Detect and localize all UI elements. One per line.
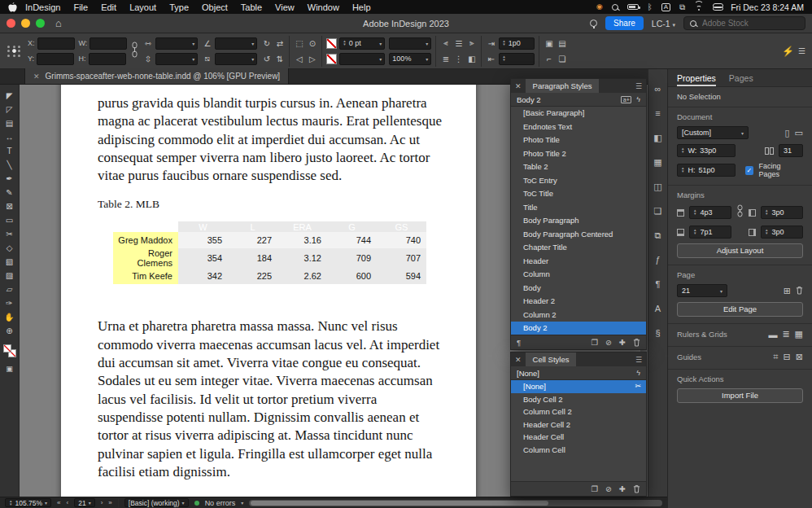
paragraph-panel-icon[interactable]: ¶ — [656, 278, 661, 291]
paragraph-bottom[interactable]: Urna et pharetra pharetra massa massa. N… — [98, 318, 442, 481]
rectangle-frame-tool[interactable]: ⊠ — [0, 199, 20, 213]
style-override-icon[interactable]: a+ — [621, 96, 631, 103]
stroke-type-select[interactable]: ▾ — [339, 53, 385, 65]
align-right-icon[interactable]: ⫸ — [466, 38, 477, 48]
player-name-cell[interactable]: Tim Keefe — [113, 268, 178, 284]
close-tab-icon[interactable]: ✕ — [33, 72, 40, 81]
select-content-icon[interactable]: ⊙ — [307, 39, 317, 48]
paragraph-style-item[interactable]: Endnotes Text — [511, 120, 646, 134]
create-style-icon[interactable]: ✚ — [619, 484, 626, 493]
table-header-cell[interactable]: W — [178, 221, 228, 232]
align-left-icon[interactable]: ⫷ — [440, 38, 451, 48]
control-center-icon[interactable] — [713, 3, 722, 11]
menu-item[interactable]: Layout — [123, 2, 163, 12]
paragraph-style-item[interactable]: Chapter Title — [511, 241, 646, 255]
scissors-tool[interactable]: ✂ — [0, 227, 20, 241]
horizontal-scrollbar-thumb[interactable] — [251, 501, 548, 506]
games-cell[interactable]: 600 — [327, 268, 377, 284]
flip-vertical-icon[interactable]: ⇅ — [274, 55, 285, 64]
pages-count-field[interactable]: 31 — [779, 144, 803, 157]
wins-cell[interactable]: 342 — [178, 268, 228, 284]
paragraph-style-item[interactable]: ToC Title — [511, 187, 646, 201]
games-started-cell[interactable]: 740 — [377, 232, 426, 248]
eyedropper-tool[interactable]: ✑ — [0, 296, 20, 310]
gradient-tool[interactable]: ▧ — [0, 255, 20, 269]
y-input[interactable] — [37, 53, 74, 65]
fill-stroke-indicator[interactable] — [3, 344, 16, 357]
margin-outside-stepper[interactable]: ▲▼3p0 — [761, 226, 803, 239]
document-preset-select[interactable]: [Custom]▾ — [677, 126, 749, 139]
clear-overrides-icon[interactable]: ⊘ — [605, 484, 612, 493]
menubar-clock[interactable]: Fri Dec 23 8:24 AM — [731, 2, 804, 12]
paragraph-style-item[interactable]: Body 2 — [511, 322, 646, 335]
create-style-icon[interactable]: ✚ — [619, 338, 626, 347]
rotate-90-ccw-icon[interactable]: ↺ — [261, 55, 272, 64]
color-panel-icon[interactable]: ◧ — [653, 131, 661, 144]
games-started-cell[interactable]: 707 — [377, 248, 426, 268]
clear-guides-icon[interactable]: ⊠ — [796, 352, 803, 362]
stroke-swatch[interactable] — [326, 38, 337, 49]
styles-panel-icon[interactable]: § — [655, 326, 660, 339]
search-icon[interactable] — [612, 4, 618, 11]
cell-style-item[interactable]: Column Cell 2 — [511, 405, 646, 418]
zoom-level-select[interactable]: ▲▼105.75%▾ — [5, 498, 51, 507]
new-style-group-icon[interactable]: ❐ — [592, 484, 599, 493]
shear-input[interactable]: ▾ — [215, 53, 257, 65]
table-header-cell[interactable]: ERA — [277, 221, 327, 232]
player-name-cell[interactable]: Roger Clemens — [113, 248, 178, 268]
table-header-cell[interactable]: GS — [377, 221, 426, 232]
links-panel-icon[interactable]: ∞ — [655, 82, 661, 95]
page-number-select[interactable]: 21▾ — [677, 284, 727, 297]
note-tool[interactable]: ▱ — [0, 282, 20, 296]
adobe-stock-search[interactable] — [683, 16, 805, 30]
page-tool[interactable]: ▤ — [0, 116, 20, 130]
screen-mode-icon[interactable]: ▣ — [6, 365, 13, 373]
era-cell[interactable]: 3.16 — [277, 232, 327, 248]
minimize-window-button[interactable] — [21, 19, 30, 28]
create-guides-icon[interactable]: ⌗ — [773, 352, 778, 362]
delete-style-icon[interactable] — [633, 484, 640, 493]
type-tool[interactable]: T — [0, 144, 20, 158]
table-header-cell[interactable]: L — [228, 221, 277, 232]
panel-menu-icon[interactable]: ☰ — [635, 82, 642, 90]
flip-horizontal-icon[interactable]: ⇄ — [274, 39, 285, 48]
hand-tool[interactable]: ✋ — [0, 310, 20, 324]
document-page[interactable]: purus gravida quis blandit turpis cursus… — [61, 85, 476, 497]
select-previous-icon[interactable]: ◁ — [294, 55, 304, 64]
swatches-panel-icon[interactable]: ▦ — [653, 155, 661, 169]
control-panel-menu-icon[interactable]: ☰ — [797, 46, 807, 55]
input-source-icon[interactable]: A — [661, 3, 670, 11]
page-number-nav-select[interactable]: 21▾ — [74, 498, 94, 507]
menu-item[interactable]: Help — [346, 2, 378, 12]
text-frame-options-icon[interactable]: ▤ — [557, 39, 567, 48]
scale-y-input[interactable]: ▾ — [155, 53, 198, 65]
pencil-tool[interactable]: ✎ — [0, 186, 20, 199]
effects-select[interactable]: ▾ — [389, 37, 431, 50]
lock-guides-icon[interactable]: ⊟ — [784, 352, 791, 362]
wins-cell[interactable]: 355 — [178, 232, 228, 248]
cell-style-item[interactable]: Body Cell 2 — [511, 393, 646, 406]
margin-bottom-stepper[interactable]: ▲▼7p1 — [689, 226, 731, 239]
baseline-grid-icon[interactable]: ≣ — [782, 329, 789, 339]
layers-panel-icon[interactable]: ⧉ — [655, 229, 661, 242]
effects-panel-icon[interactable]: ƒ — [655, 253, 660, 266]
height-input[interactable] — [89, 53, 126, 65]
losses-cell[interactable]: 227 — [228, 232, 277, 248]
gradient-feather-tool[interactable]: ▨ — [0, 269, 20, 282]
width-input[interactable] — [89, 37, 127, 50]
frame-fitting-icon[interactable]: ▣ — [544, 39, 554, 48]
wrap-icon[interactable]: ◧ — [466, 55, 477, 64]
adjust-layout-button[interactable]: Adjust Layout — [677, 243, 803, 258]
cc-libraries-panel-icon[interactable]: ◫ — [653, 180, 661, 193]
doc-width-stepper[interactable]: ▲▼ W:33p0 — [677, 144, 736, 157]
style-override-highlighter-icon[interactable]: ¶ — [517, 338, 521, 347]
menu-item[interactable]: Type — [163, 2, 195, 12]
scale-x-input[interactable]: ▾ — [155, 37, 198, 50]
doc-height-stepper[interactable]: ▲▼ H:51p0 — [677, 164, 736, 177]
line-tool[interactable]: ╲ — [0, 158, 20, 172]
orientation-portrait-icon[interactable]: ▯ — [785, 128, 790, 138]
paragraph-style-item[interactable]: Photo Title — [511, 134, 646, 147]
menu-item[interactable]: Edit — [94, 2, 123, 12]
link-margins-icon[interactable] — [736, 204, 744, 221]
stroke-weight-select[interactable]: ▲▼0 pt▾ — [339, 37, 385, 50]
